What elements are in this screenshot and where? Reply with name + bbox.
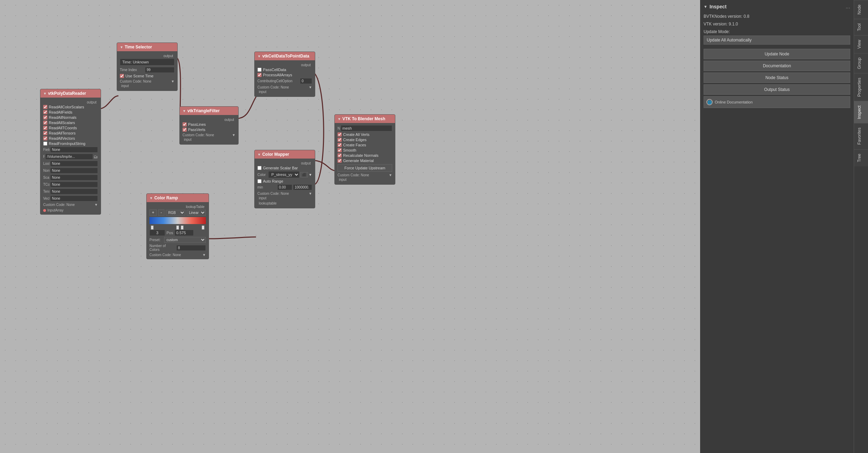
bvtk-version-info: BVTKNodes version: 0.8 [704,14,850,19]
field-input-norma[interactable] [50,168,98,174]
documentation-button[interactable]: Documentation [704,61,850,71]
node-vtk-triangle-filter-header[interactable]: ▼ vtkTriangleFilter [180,107,238,115]
node-collapse-arrow[interactable]: ▼ [257,153,261,156]
node-vtk-poly-data-reader-header[interactable]: ▼ vtkPolyDataReader [40,89,101,98]
custom-code-arrow[interactable]: ▼ [309,85,312,89]
checkbox-row-create-all-verts: Create All Verts [338,132,392,137]
node-color-ramp-header[interactable]: ▼ Color Ramp [147,194,209,202]
field-input-filename[interactable] [45,154,93,160]
checkbox-readalltcoords[interactable] [43,126,47,130]
node-collapse-arrow[interactable]: ▼ [183,109,186,113]
min-input[interactable] [277,184,292,190]
sidebar-collapse-arrow[interactable]: ▼ [704,5,707,9]
checkbox-processallarrays[interactable] [257,73,262,77]
field-input-fieldid[interactable] [50,147,98,153]
tab-group[interactable]: Group [854,53,868,73]
field-input-vector[interactable] [50,195,98,201]
ramp-stop-4[interactable] [202,225,204,230]
checkbox-readalltensors[interactable] [43,131,47,135]
sidebar-tabs: Node Tool View Group Properties Inspect … [854,0,868,453]
ramp-stop-1[interactable] [151,225,154,230]
node-vtk-to-blender-body: Name: Create All Verts Create Edges Crea… [335,123,395,184]
checkbox-readfrominputstring[interactable] [43,141,47,146]
checkbox-readallfields[interactable] [43,110,47,114]
use-scene-time-row: Use Scene Time [120,74,175,78]
custom-code-arrow[interactable]: ▼ [94,203,98,207]
add-color-stop-button[interactable]: + [149,209,157,216]
checkbox-use-scene-time[interactable] [120,74,124,78]
file-browse-icon[interactable]: 🗂 [94,154,98,159]
checkbox-passlines[interactable] [183,122,187,126]
color-select[interactable]: P_stress_yy [268,171,300,178]
checkbox-recalculate-normals[interactable] [338,153,342,158]
preset-select[interactable]: custom [164,237,206,243]
output-status-button[interactable]: Output Status [704,84,850,95]
checkbox-readallcolorscalars[interactable] [43,105,47,109]
node-collapse-arrow[interactable]: ▼ [257,54,261,58]
interpolation-select[interactable]: Linear Ease [187,210,206,216]
name-input[interactable] [341,125,392,131]
node-color-mapper-header[interactable]: ▼ Color Mapper [255,150,315,159]
input-label: input [120,83,175,89]
max-input[interactable] [293,184,312,190]
checkbox-readallscalars[interactable] [43,121,47,125]
ramp-stop-2[interactable] [176,225,179,230]
tab-tool[interactable]: Tool [854,19,868,35]
label-readfrominputstring: ReadFromInputString [49,141,85,146]
custom-code-arrow[interactable]: ▼ [202,253,206,257]
node-title: VTK To Blender Mesh [342,116,385,121]
tab-node[interactable]: Node [854,0,868,19]
color-arrow[interactable]: ▼ [309,173,312,177]
tab-view[interactable]: View [854,35,868,53]
ramp-stop-3[interactable] [181,225,184,230]
checkbox-generate-material[interactable] [338,159,342,163]
node-time-selector-header[interactable]: ▼ Time Selector [117,43,177,51]
field-input-scalar[interactable] [50,175,98,181]
checkbox-passcelldata[interactable] [257,68,262,72]
checkbox-readallvectors[interactable] [43,136,47,140]
tab-tree[interactable]: Tree [854,149,868,166]
node-vtk-to-blender-header[interactable]: ▼ VTK To Blender Mesh [335,115,395,123]
field-input-tensor[interactable] [50,189,98,194]
node-vtk-cell-data-header[interactable]: ▼ vtkCellDataToPointData [255,52,315,60]
checkbox-readallnormals[interactable] [43,115,47,120]
field-input-tcoor[interactable] [50,182,98,187]
tab-inspect[interactable]: Inspect [854,101,868,123]
contributing-cell-input[interactable] [300,78,312,84]
checkbox-create-edges[interactable] [338,138,342,142]
stop-count-input[interactable] [149,230,165,236]
node-status-button[interactable]: Node Status [704,72,850,83]
node-collapse-arrow[interactable]: ▼ [149,196,153,200]
tab-favorites[interactable]: Favorites [854,123,868,149]
force-update-btn[interactable]: Force Update Upstream [338,164,392,172]
node-collapse-arrow[interactable]: ▼ [338,117,341,121]
custom-code-arrow[interactable]: ▼ [232,133,235,137]
checkbox-passverts[interactable] [183,128,187,132]
node-collapse-arrow[interactable]: ▼ [43,92,47,95]
sidebar-options-dots[interactable]: ... [846,3,850,10]
color-pick-button[interactable]: ⬛ [300,172,308,177]
checkbox-generate-scalar-bar[interactable] [257,166,262,170]
update-node-button[interactable]: Update Node [704,49,850,59]
online-documentation-row[interactable]: 🌐 Online Documentation [704,96,850,108]
checkbox-auto-range[interactable] [257,179,262,183]
pos-value-input[interactable] [175,230,194,236]
update-mode-select[interactable]: Update All Automatically Update Manually [704,36,850,45]
custom-code-row: Custom Code: None ▼ [149,253,206,257]
checkbox-row-readfrominputstring: ReadFromInputString [43,141,98,146]
checkbox-row-processallarrays: ProcessAllArrays [257,73,312,77]
custom-code-arrow[interactable]: ▼ [389,173,392,177]
field-input-lookup[interactable] [50,161,98,167]
checkbox-create-all-verts[interactable] [338,132,342,137]
color-mode-select[interactable]: RGB HSV [166,210,185,216]
field-label-fieldid: FieldD: [43,148,49,152]
time-index-input[interactable] [145,67,175,73]
custom-code-arrow[interactable]: ▼ [171,79,175,83]
num-colors-input[interactable] [176,245,206,251]
tab-properties[interactable]: Properties [854,73,868,101]
checkbox-smooth[interactable] [338,148,342,152]
custom-code-arrow[interactable]: ▼ [309,192,312,195]
node-collapse-arrow[interactable]: ▼ [120,45,123,49]
checkbox-create-faces[interactable] [338,143,342,147]
remove-color-stop-button[interactable]: - [158,209,164,216]
